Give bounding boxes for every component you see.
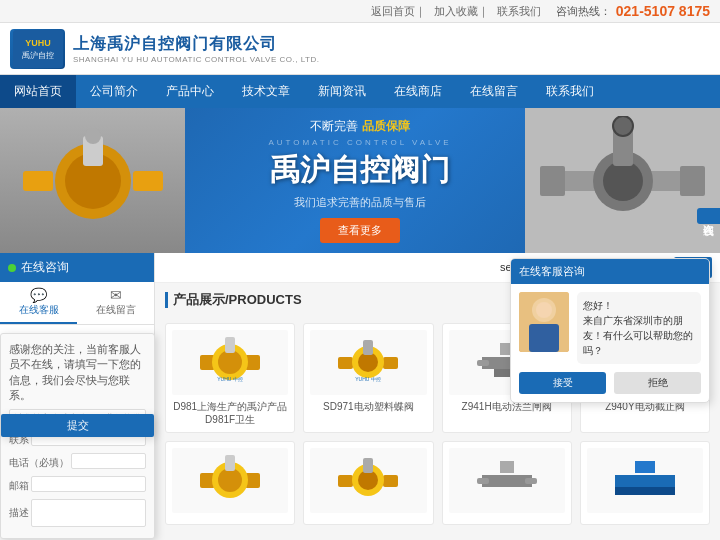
- sidebar-tab-chat-label: 在线客服: [19, 303, 59, 317]
- svg-rect-53: [635, 461, 655, 473]
- phone-label: 咨询热线：: [556, 4, 611, 19]
- svg-text:YUHU 中控: YUHU 中控: [217, 376, 243, 382]
- svg-rect-4: [133, 171, 163, 191]
- header: YUHU 禹沪自控 上海禹沪自控阀门有限公司 SHANGHAI YU HU AU…: [0, 23, 720, 75]
- nav-item-shop[interactable]: 在线商店: [380, 75, 456, 108]
- product-card-7[interactable]: [442, 441, 572, 525]
- chat-popup-header: 在线客服咨询: [511, 259, 709, 284]
- product-6-svg: [333, 453, 403, 508]
- svg-point-41: [218, 468, 242, 492]
- product-card-5[interactable]: [165, 441, 295, 525]
- phone-number: 021-5107 8175: [616, 3, 710, 19]
- form-phone-input[interactable]: [71, 453, 146, 469]
- sidebar-tab-chat[interactable]: 💬 在线客服: [0, 282, 77, 324]
- form-phone-label: 电话（必填）: [9, 456, 69, 470]
- product-img-6: [310, 448, 426, 513]
- right-valve-svg: [535, 116, 710, 246]
- chat-icon: 💬: [30, 287, 47, 303]
- chat-avatar-area: 您好！来自广东省深圳市的朋友！有什么可以帮助您的吗？: [511, 284, 709, 372]
- svg-rect-57: [529, 324, 559, 352]
- banner-main-title: 禹沪自控阀门: [268, 150, 451, 191]
- logo-text: 上海禹沪自控阀门有限公司 SHANGHAI YU HU AUTOMATIC CO…: [73, 34, 319, 64]
- main-content: search： 搜索 产品展示/PRODUCTS 查看详情: [155, 253, 720, 535]
- product-card-2[interactable]: YUHU 中控 SD971电动塑料蝶阀: [303, 323, 433, 433]
- product-display-header: 产品展示/PRODUCTS: [165, 291, 302, 309]
- product-card-6[interactable]: [303, 441, 433, 525]
- product-img-5: [172, 448, 288, 513]
- banner-desc: 我们追求完善的品质与售后: [268, 195, 451, 210]
- product-1-svg: YUHU 中控: [195, 335, 265, 390]
- chat-actions: 接受 拒绝: [511, 372, 709, 402]
- message-form-title: 感谢您的关注，当前客服人员不在线，请填写一下您的信息，我们会尽快与您联系。: [9, 342, 146, 404]
- product-card-1[interactable]: YUHU 中控 D981上海生产的禹沪产品D981F卫生: [165, 323, 295, 433]
- phone-area: 咨询热线： 021-5107 8175: [556, 3, 710, 19]
- product-img-7: [449, 448, 565, 513]
- svg-rect-54: [615, 487, 675, 495]
- svg-rect-3: [23, 171, 53, 191]
- chat-accept-btn[interactable]: 接受: [519, 372, 606, 394]
- product-img-8: [587, 448, 703, 513]
- product-8-svg: [610, 453, 680, 508]
- svg-point-19: [218, 350, 242, 374]
- link-home[interactable]: 返回首页: [371, 4, 415, 19]
- product-grid-2: [165, 441, 710, 525]
- online-consult-header[interactable]: 在线咨询: [0, 253, 154, 282]
- svg-rect-51: [525, 478, 537, 484]
- nav-item-about[interactable]: 公司简介: [76, 75, 152, 108]
- link-favorite[interactable]: 加入收藏: [434, 4, 478, 19]
- nav-item-products[interactable]: 产品中心: [152, 75, 228, 108]
- blue-bar: [165, 292, 168, 308]
- svg-point-15: [613, 116, 633, 136]
- svg-rect-52: [615, 475, 675, 487]
- nav-item-news[interactable]: 新闻资讯: [304, 75, 380, 108]
- avatar-svg: [519, 292, 569, 352]
- svg-point-13: [603, 161, 643, 201]
- svg-rect-10: [680, 166, 705, 196]
- form-email-label: 邮箱: [9, 479, 29, 493]
- svg-rect-0: [13, 30, 63, 68]
- form-submit-btn[interactable]: 提交: [1, 414, 154, 437]
- left-valve-svg: [13, 116, 173, 246]
- message-icon: ✉: [110, 287, 122, 303]
- logo-area: YUHU 禹沪自控 上海禹沪自控阀门有限公司 SHANGHAI YU HU AU…: [10, 29, 710, 69]
- online-side-btn[interactable]: 在线咨询: [697, 208, 720, 224]
- banner-right-image: [525, 108, 720, 253]
- nav-item-contact[interactable]: 联系我们: [532, 75, 608, 108]
- product-img-1: YUHU 中控: [172, 330, 288, 395]
- svg-text:YUHU 中控: YUHU 中控: [356, 376, 382, 382]
- sidebar-tab-message[interactable]: ✉ 在线留言: [77, 282, 154, 324]
- product-card-8[interactable]: [580, 441, 710, 525]
- banner-btn[interactable]: 查看更多: [320, 218, 400, 243]
- banner-center: 不断完善 品质保障 AUTOMATIC CONTROL VALVE 禹沪自控阀门…: [268, 118, 451, 243]
- nav-item-tech[interactable]: 技术文章: [228, 75, 304, 108]
- svg-point-8: [85, 128, 101, 144]
- nav-item-home[interactable]: 网站首页: [0, 75, 76, 108]
- banner-subtitle: 不断完善 品质保障: [268, 118, 451, 135]
- banner-quality: 品质保障: [362, 119, 410, 133]
- svg-rect-44: [383, 475, 398, 487]
- product-name-2: SD971电动塑料蝶阀: [310, 400, 426, 413]
- svg-rect-42: [225, 455, 235, 471]
- left-sidebar: 在线咨询 💬 在线客服 ✉ 在线留言 销售一部 销售二部 销售三部 技术售后服务…: [0, 253, 155, 535]
- top-bar: 返回首页 ｜ 加入收藏 ｜ 联系我们 咨询热线： 021-5107 8175: [0, 0, 720, 23]
- logo-svg: YUHU 禹沪自控: [13, 30, 63, 68]
- logo-company-name: 上海禹沪自控阀门有限公司: [73, 34, 319, 55]
- svg-rect-22: [338, 357, 353, 369]
- banner-left-image: [0, 108, 185, 253]
- nav-item-message[interactable]: 在线留言: [456, 75, 532, 108]
- svg-rect-47: [363, 458, 373, 473]
- product-7-svg: [472, 453, 542, 508]
- sidebar-tab-message-label: 在线留言: [96, 303, 136, 317]
- svg-rect-26: [363, 340, 373, 355]
- form-desc-input[interactable]: [31, 499, 146, 527]
- product-2-svg: YUHU 中控: [333, 335, 403, 390]
- logo-icon: YUHU 禹沪自控: [10, 29, 65, 69]
- message-form: 感谢您的关注，当前客服人员不在线，请填写一下您的信息，我们会尽快与您联系。 联系…: [0, 333, 155, 539]
- chat-avatar: [519, 292, 569, 352]
- form-email-input[interactable]: [31, 476, 146, 492]
- chat-decline-btn[interactable]: 拒绝: [614, 372, 701, 394]
- link-contact[interactable]: 联系我们: [497, 4, 541, 19]
- form-desc-label: 描述: [9, 506, 29, 520]
- nav: 网站首页 公司简介 产品中心 技术文章 新闻资讯 在线商店 在线留言 联系我们: [0, 75, 720, 108]
- svg-text:YUHU: YUHU: [25, 38, 51, 48]
